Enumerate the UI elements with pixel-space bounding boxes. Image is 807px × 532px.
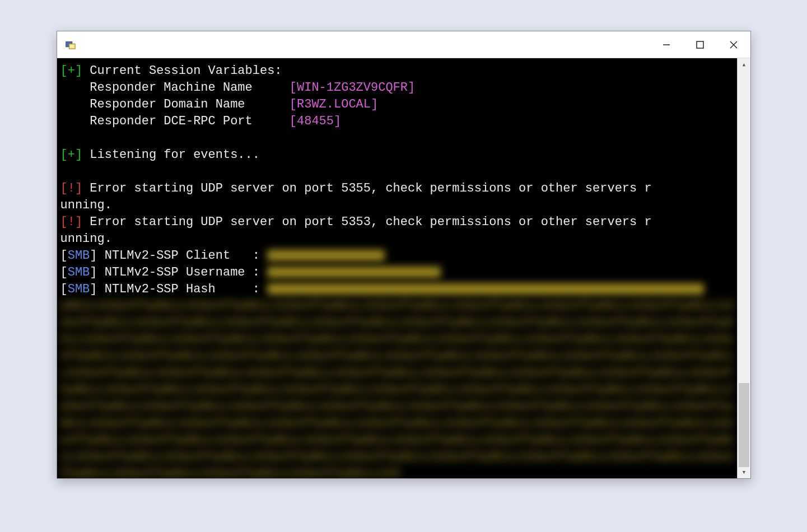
window-controls — [650, 31, 750, 58]
var-domain-label: Responder Domain Name — [60, 97, 290, 111]
var-port-value: [48455] — [290, 114, 341, 128]
terminal-output[interactable]: [+] Current Session Variables: Responder… — [57, 58, 737, 478]
svg-rect-4 — [697, 41, 703, 48]
smb-tag-open: [ — [60, 282, 68, 296]
redacted-username: xxxxxxxxxxxxxxxxxxxxxx — [267, 267, 441, 278]
titlebar — [57, 31, 750, 58]
smb-client-label: NTLMv2-SSP Client : — [97, 249, 268, 263]
smb-tag-open: [ — [60, 249, 68, 263]
err-prefix: [!] — [60, 181, 90, 195]
smb-tag-close: ] — [90, 249, 97, 263]
svg-rect-2 — [70, 45, 74, 48]
titlebar-left — [64, 38, 77, 52]
smb-tag-close: ] — [90, 265, 97, 279]
var-machine-value: [WIN-1ZG3ZV9CQFR] — [290, 81, 415, 95]
redacted-client-ip: 00.00.00.000 — [267, 250, 385, 261]
scroll-thumb[interactable] — [739, 383, 749, 467]
maximize-button[interactable] — [683, 31, 717, 58]
terminal-window: [+] Current Session Variables: Responder… — [57, 31, 751, 479]
err-prefix: [!] — [60, 215, 90, 229]
smb-username-label: NTLMv2-SSP Username : — [97, 265, 268, 279]
scroll-down-arrow-icon[interactable]: ▾ — [738, 466, 750, 478]
terminal-area: [+] Current Session Variables: Responder… — [57, 58, 750, 478]
smb-hash-label: NTLMv2-SSP Hash : — [97, 282, 268, 296]
error-line-2b: unning. — [60, 232, 112, 246]
var-machine-label: Responder Machine Name — [60, 81, 290, 95]
minimize-button[interactable] — [650, 31, 683, 58]
close-button[interactable] — [717, 31, 750, 58]
listening-text: Listening for events... — [90, 148, 260, 162]
redacted-hash-inline: xxxxxxxxxxxxxxxxxxxxxxxxxxxxxxxxxxxxxxxx… — [267, 283, 704, 295]
smb-tag: SMB — [68, 249, 90, 263]
var-domain-value: [R3WZ.LOCAL] — [290, 97, 378, 111]
scroll-up-arrow-icon[interactable]: ▴ — [738, 58, 750, 71]
smb-tag-close: ] — [90, 282, 97, 296]
redacted-hash-block: a0b1c2d3e4f5a0b1c2d3e4f5a0b1c2d3e4f5a0b1… — [60, 298, 734, 478]
vertical-scrollbar[interactable]: ▴ ▾ — [737, 58, 750, 478]
error-line-1a: Error starting UDP server on port 5355, … — [90, 181, 651, 195]
putty-icon — [64, 38, 77, 52]
error-line-1b: unning. — [60, 198, 112, 212]
ok-prefix: [+] — [60, 148, 90, 162]
smb-tag-open: [ — [60, 265, 68, 279]
ok-prefix: [+] — [60, 64, 90, 78]
smb-tag: SMB — [68, 265, 90, 279]
session-header: Current Session Variables: — [90, 64, 282, 78]
error-line-2a: Error starting UDP server on port 5353, … — [90, 215, 651, 229]
smb-tag: SMB — [68, 282, 90, 296]
var-port-label: Responder DCE-RPC Port — [60, 114, 290, 128]
